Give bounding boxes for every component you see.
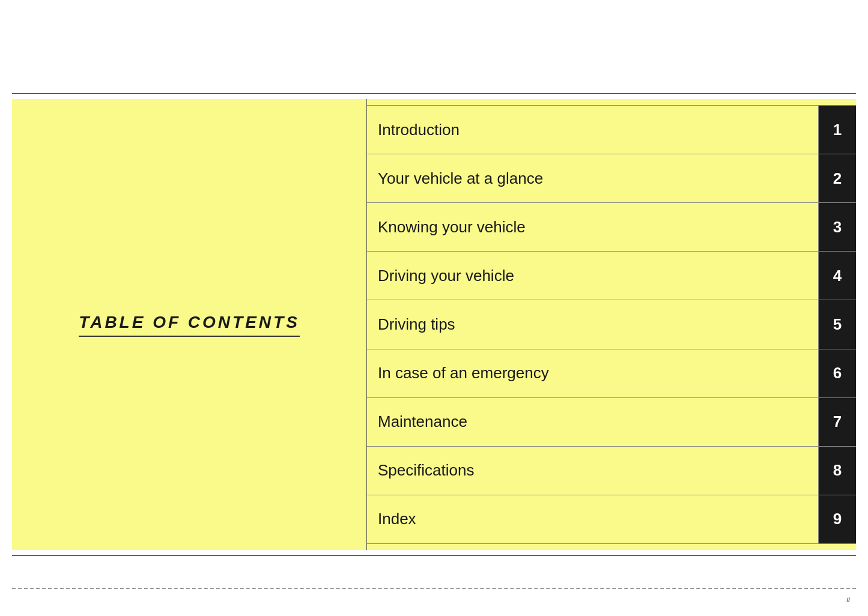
toc-entry-number: 3 [819, 203, 856, 251]
toc-entry-label: Specifications [367, 447, 819, 495]
main-content: TABLE OF CONTENTS Introduction1Your vehi… [12, 99, 856, 550]
toc-title: TABLE OF CONTENTS [79, 313, 300, 337]
left-panel: TABLE OF CONTENTS [12, 99, 366, 550]
page-container: TABLE OF CONTENTS Introduction1Your vehi… [0, 0, 868, 616]
toc-entry-label: Your vehicle at a glance [367, 154, 819, 202]
toc-entry-label: Index [367, 495, 819, 543]
toc-row[interactable]: Index9 [367, 495, 856, 544]
toc-row[interactable]: Maintenance7 [367, 397, 856, 446]
page-number: ii [846, 595, 850, 604]
dashed-line [12, 588, 856, 589]
toc-entry-number: 2 [819, 154, 856, 202]
bottom-line [12, 555, 856, 556]
toc-row[interactable]: Specifications8 [367, 446, 856, 495]
toc-row[interactable]: Your vehicle at a glance2 [367, 154, 856, 202]
toc-list: Introduction1Your vehicle at a glance2Kn… [367, 99, 856, 550]
toc-entry-number: 9 [819, 495, 856, 543]
toc-row[interactable]: Introduction1 [367, 105, 856, 154]
top-line [12, 93, 856, 94]
toc-entry-label: Knowing your vehicle [367, 203, 819, 251]
toc-entry-number: 5 [819, 300, 856, 348]
toc-entry-label: Driving tips [367, 300, 819, 348]
toc-entry-label: In case of an emergency [367, 349, 819, 397]
toc-entry-number: 8 [819, 447, 856, 495]
toc-entry-number: 4 [819, 252, 856, 300]
toc-entry-label: Driving your vehicle [367, 252, 819, 300]
toc-row[interactable]: Driving tips5 [367, 300, 856, 348]
toc-entry-label: Maintenance [367, 398, 819, 446]
toc-entry-number: 6 [819, 349, 856, 397]
toc-entry-number: 1 [819, 106, 856, 154]
toc-entry-label: Introduction [367, 106, 819, 154]
toc-row[interactable]: In case of an emergency6 [367, 349, 856, 397]
toc-row[interactable]: Knowing your vehicle3 [367, 202, 856, 251]
toc-row[interactable]: Driving your vehicle4 [367, 251, 856, 300]
toc-entry-number: 7 [819, 398, 856, 446]
